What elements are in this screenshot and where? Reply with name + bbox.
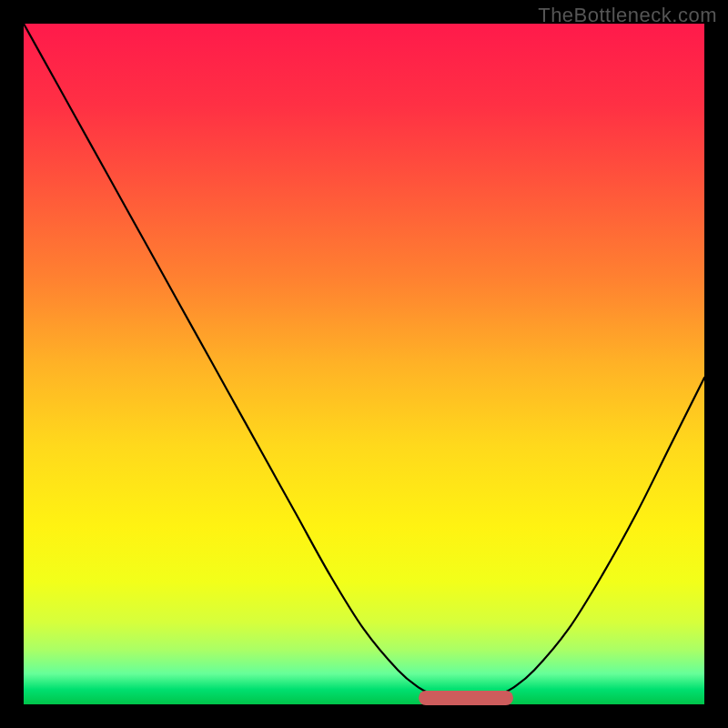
watermark-text: TheBottleneck.com [538,4,717,27]
optimal-range-marker [419,691,514,705]
plot-area [24,24,704,704]
chart-frame: TheBottleneck.com [0,0,728,728]
bottleneck-curve [24,24,704,704]
